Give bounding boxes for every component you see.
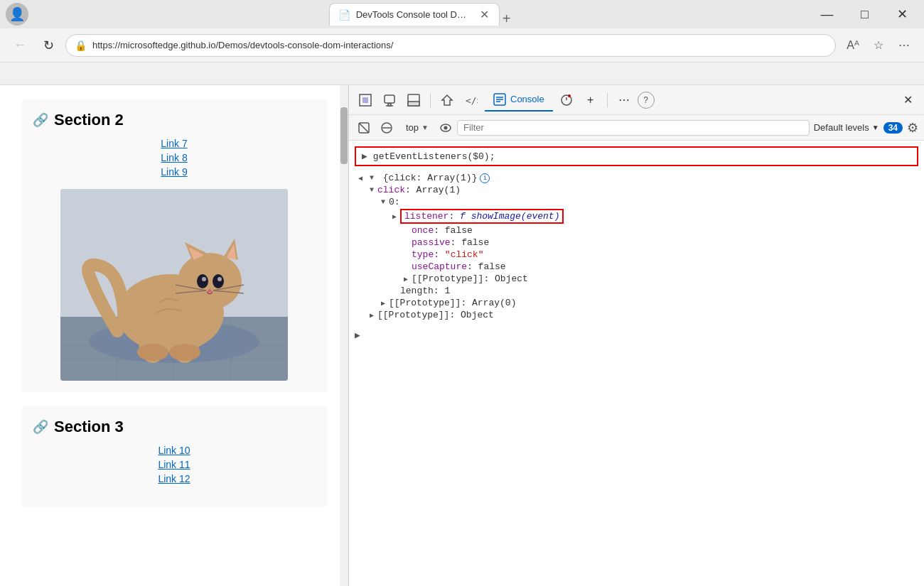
tree-line-8[interactable]: [[Prototype]]: Object (400, 273, 918, 285)
tree-line-4: once: false (400, 224, 918, 237)
command-text: getEventListeners($0); (373, 151, 495, 162)
profile-icon[interactable]: 👤 (6, 3, 28, 26)
url-text: https://microsoftedge.github.io/Demos/de… (92, 40, 827, 50)
default-levels-selector[interactable]: Default levels ▼ (814, 122, 879, 133)
console-tab-label: Console (510, 94, 544, 104)
console-tab[interactable]: Console (485, 88, 553, 112)
webpage-panel: 🔗 Section 2 Link 7 Link 8 Link 9 (0, 85, 348, 586)
section-2-link-7[interactable]: Link 7 (161, 138, 187, 149)
expand-arrow-11[interactable] (366, 311, 377, 320)
address-bar[interactable]: 🔒 https://microsoftedge.github.io/Demos/… (65, 34, 836, 57)
no-entry-button[interactable] (377, 119, 396, 137)
tree-text-1: click: Array(1) (377, 185, 461, 195)
scroll-bar[interactable] (340, 85, 348, 586)
eye-icon[interactable] (439, 121, 453, 135)
section-2-heading: 🔗 Section 2 (33, 111, 316, 129)
tree-line-10[interactable]: [[Prototype]]: Array(0) (377, 297, 918, 309)
device-emulation-button[interactable] (379, 89, 400, 111)
tree-line-7: useCapture: false (400, 261, 918, 273)
section-3-wrapper: 🔗 Section 3 Link 10 Link 11 Link 12 (21, 406, 327, 507)
more-tools-button[interactable]: ⋯ (613, 89, 635, 111)
svg-rect-30 (385, 95, 394, 103)
tree-line-2[interactable]: 0: (377, 196, 918, 208)
section-2-link-9[interactable]: Link 9 (161, 166, 187, 178)
svg-rect-29 (362, 97, 368, 103)
settings-icon[interactable]: ⚙ (907, 120, 918, 136)
section-3-title: Section 3 (54, 418, 124, 436)
top-dropdown-arrow: ▼ (421, 124, 429, 131)
inspect-element-button[interactable] (355, 89, 376, 111)
command-prompt: ▶ (362, 151, 367, 162)
svg-point-15 (197, 274, 208, 288)
refresh-button[interactable]: ↻ (37, 34, 60, 57)
back-button[interactable]: ← (9, 34, 31, 57)
section-3-link-11[interactable]: Link 11 (158, 459, 190, 470)
default-levels-label: Default levels (814, 122, 869, 133)
section-2-link-8[interactable]: Link 8 (161, 152, 187, 163)
close-button[interactable]: ✕ (886, 3, 918, 26)
expand-arrow-10[interactable] (377, 299, 389, 308)
scrollbar-thumb[interactable] (340, 107, 348, 164)
svg-point-49 (444, 126, 447, 129)
sources-tab[interactable] (556, 89, 577, 111)
tree-line-1[interactable]: click: Array(1) (366, 184, 918, 196)
console-output: ◀ {click: Array(1)}i click: Array(1) 0: (349, 169, 924, 324)
devtools-close-button[interactable]: ✕ (897, 89, 918, 111)
section-3-heading: 🔗 Section 3 (33, 418, 316, 436)
read-aloud-button[interactable]: Aᴬ (842, 34, 864, 57)
expand-arrow-2[interactable] (377, 198, 389, 206)
svg-point-16 (213, 274, 224, 288)
svg-point-10 (178, 253, 242, 310)
expand-arrow-0[interactable] (366, 174, 377, 182)
help-button[interactable]: ? (638, 92, 655, 109)
tree-text-11: [[Prototype]]: Object (377, 310, 494, 320)
tree-line-5: passive: false (400, 237, 918, 249)
console-prompt-line[interactable]: ▶ (349, 327, 924, 344)
lock-icon: 🔒 (75, 40, 87, 51)
svg-line-45 (359, 123, 369, 133)
home-tab[interactable] (436, 89, 458, 111)
nav-bar: ← ↻ 🔒 https://microsoftedge.github.io/De… (0, 28, 924, 63)
svg-text:</>: </> (466, 95, 478, 106)
tree-line-6: type: "click" (400, 249, 918, 261)
new-tab-button[interactable]: + (503, 11, 511, 26)
tree-line-3[interactable]: listener: f showImage(event) (389, 208, 918, 224)
tree-text-5: passive: false (412, 237, 489, 248)
tab-close-button[interactable]: ✕ (478, 8, 490, 21)
section-2-wrapper: 🔗 Section 2 Link 7 Link 8 Link 9 (21, 99, 327, 392)
tree-text-9: length: 1 (400, 286, 450, 296)
minimize-button[interactable]: — (811, 3, 843, 26)
maximize-button[interactable]: □ (849, 3, 881, 26)
filter-input[interactable] (457, 120, 810, 136)
section-3-link-12[interactable]: Link 12 (158, 473, 190, 484)
console-toolbar: top ▼ Default levels ▼ 34 ⚙ (349, 115, 924, 141)
tree-text-3: listener: f showImage(event) (400, 209, 564, 224)
tab-title: DevTools Console tool DOM inte (356, 9, 473, 20)
console-content: ▶ getEventListeners($0); ◀ {click: Array… (349, 141, 924, 586)
tree-text-2: 0: (389, 197, 400, 207)
tab-favicon: 📄 (338, 9, 350, 21)
message-count-badge: 34 (883, 122, 903, 134)
top-context-selector[interactable]: top ▼ (400, 121, 434, 134)
favorites-button[interactable]: ☆ (867, 34, 890, 57)
elements-tab[interactable]: </> (461, 89, 482, 111)
expand-arrow-3[interactable] (389, 212, 400, 221)
more-button[interactable]: ⋯ (893, 34, 915, 57)
add-tool-button[interactable]: + (580, 89, 601, 111)
toolbar-separator-1 (430, 93, 431, 107)
tree-line-0[interactable]: ◀ {click: Array(1)}i (355, 172, 918, 184)
toggle-drawer-button[interactable] (403, 89, 424, 111)
info-icon-0[interactable]: i (480, 173, 490, 183)
svg-rect-34 (408, 102, 419, 106)
section-3-links: Link 10 Link 11 Link 12 (33, 445, 316, 484)
svg-point-18 (217, 277, 222, 281)
expand-arrow-8[interactable] (400, 275, 412, 283)
browser-tab[interactable]: 📄 DevTools Console tool DOM inte ✕ (329, 3, 500, 26)
expand-arrow-1[interactable] (366, 186, 377, 194)
tree-text-6: type: "click" (412, 249, 483, 260)
back-arrow-icon[interactable]: ◀ (355, 174, 366, 183)
clear-console-button[interactable] (355, 119, 373, 137)
tree-line-11[interactable]: [[Prototype]]: Object (366, 309, 918, 321)
tree-text-4: once: false (412, 225, 473, 236)
section-3-link-10[interactable]: Link 10 (158, 445, 190, 456)
